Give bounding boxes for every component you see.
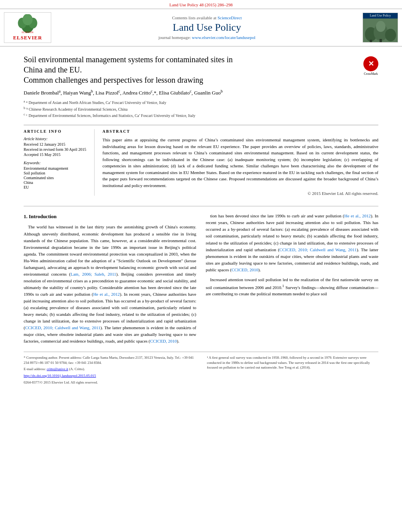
journal-header: ELSEVIER ELSEVIER Contents lists availab… [0, 9, 402, 46]
ref-cciced-right[interactable]: CCICED, 2010; Caldwell and Wang, 2011 [279, 247, 357, 252]
info-abstract-row: ARTICLE INFO Article history: Received 1… [24, 125, 378, 196]
doi-link: http://dx.doi.org/10.1016/j.landusepol.2… [24, 373, 195, 378]
body-col-right: tion has been devoted since the late 199… [206, 213, 378, 348]
thumb-title: Land Use Policy [363, 13, 398, 19]
crossmark-badge: ✕ CrossMark [363, 56, 378, 76]
section-divider [24, 206, 378, 206]
journal-homepage: journal homepage: www.elsevier.com/locat… [55, 35, 359, 40]
journal-center: Contents lists available at ScienceDirec… [55, 15, 359, 40]
received-date: Received 12 January 2015 [24, 142, 88, 146]
article-section: ✕ CrossMark Soil environmental managemen… [0, 46, 402, 200]
abstract-text: This paper aims at appraising the curren… [102, 137, 378, 189]
elsevier-tree-icon: ELSEVIER [12, 14, 43, 34]
email-note: E-mail address: critto@unive.it (A. Crit… [24, 367, 195, 372]
affil-c: c ᶜ Department of Environmental Sciences… [24, 112, 378, 119]
intro-para3: Increased attention toward soil pollutio… [206, 276, 378, 298]
footnote-right: ¹ A first general soil survey was conduc… [207, 355, 378, 386]
crossmark-icon: ✕ [363, 56, 378, 71]
ref-cciced2010[interactable]: CCICED, 2010; Caldwell and Wang, 2011 [25, 325, 100, 330]
keyword-3: Contaminated sites [24, 176, 88, 180]
journal-thumbnail: Land Use Policy [363, 13, 398, 43]
affiliations: a ᵃ Department of Asian and North Africa… [24, 99, 378, 119]
intro-heading: 1. Introduction [24, 213, 196, 221]
email-link[interactable]: critto@unive.it [47, 367, 68, 371]
keyword-2: Soil pollution [24, 171, 88, 175]
intro-para1: The world has witnessed in the last thir… [24, 224, 196, 345]
ref-he-right[interactable]: He et al., 2012 [344, 213, 371, 218]
affil-b: b ᵇ Chinese Research Academy of Environm… [24, 106, 378, 112]
journal-title: Land Use Policy [55, 22, 359, 33]
journal-reference: Land Use Policy 48 (2015) 286–298 [0, 0, 402, 9]
intro-para2: tion has been devoted since the late 199… [206, 213, 378, 273]
svg-point-4 [22, 14, 32, 25]
svg-text:ELSEVIER: ELSEVIER [22, 31, 34, 33]
keyword-1: Environmental management [24, 166, 88, 171]
sciencedirect-link: Contents lists available at ScienceDirec… [55, 15, 359, 20]
ref-cciced2010c[interactable]: CCICED, 2010 [231, 267, 258, 272]
body-section: 1. Introduction The world has witnessed … [0, 213, 402, 348]
body-columns: 1. Introduction The world has witnessed … [24, 213, 378, 348]
footnote-1: ¹ A first general soil survey was conduc… [207, 355, 378, 370]
svg-rect-11 [370, 40, 372, 42]
homepage-url[interactable]: www.elsevier.com/locate/landusepol [192, 35, 255, 40]
article-title: Soil environmental management systems fo… [24, 54, 307, 85]
ref-cciced2010b[interactable]: CCICED, 2010 [150, 339, 177, 343]
revised-date: Received in revised form 30 April 2015 [24, 147, 88, 152]
footnote-section: * Corresponding author. Present address:… [24, 352, 378, 386]
issn-note: 0264-8377/© 2015 Elsevier Ltd. All right… [24, 380, 195, 385]
sciencedirect-anchor[interactable]: ScienceDirect [218, 15, 242, 20]
authors-line: Daniele Brombala, Haiyan Wangb, Lisa Piz… [24, 89, 378, 96]
corresponding-author-note: * Corresponding author. Present address:… [24, 355, 195, 365]
body-col-left: 1. Introduction The world has witnessed … [24, 213, 196, 348]
history-label: Article history: [24, 137, 88, 141]
article-info-col: ARTICLE INFO Article history: Received 1… [24, 129, 95, 196]
svg-rect-10 [380, 39, 382, 42]
article-info-heading: ARTICLE INFO [24, 129, 88, 133]
ref-lam2006[interactable]: Lam, 2006; Saleh, 2011 [71, 272, 116, 276]
keywords-section: Keywords: Environmental management Soil … [24, 161, 88, 189]
copyright-line: © 2015 Elsevier Ltd. All rights reserved… [102, 191, 378, 196]
affil-a: a ᵃ Department of Asian and North Africa… [24, 99, 378, 106]
abstract-heading: ABSTRACT [102, 129, 378, 133]
svg-point-12 [376, 21, 385, 32]
keywords-label: Keywords: [24, 161, 88, 165]
accepted-date: Accepted 15 May 2015 [24, 152, 88, 157]
ref-he2012[interactable]: He et al., 2012 [93, 292, 120, 297]
svg-point-9 [385, 29, 396, 41]
keyword-5: EU [24, 185, 88, 189]
doi-anchor[interactable]: http://dx.doi.org/10.1016/j.landusepol.2… [24, 374, 96, 378]
thumb-image [363, 19, 398, 42]
footnote-left: * Corresponding author. Present address:… [24, 355, 195, 386]
keyword-4: China [24, 180, 88, 185]
abstract-col: ABSTRACT This paper aims at appraising t… [102, 129, 378, 196]
elsevier-logo: ELSEVIER ELSEVIER [4, 12, 51, 43]
